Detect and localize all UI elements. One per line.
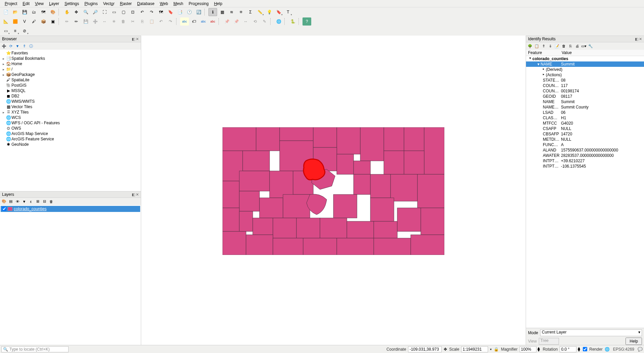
auto-form-icon[interactable]: 🔧 [588,43,593,49]
collapse-all-icon[interactable]: ⊟ [42,199,47,204]
identify-attr-row[interactable]: GEOID08117 [526,94,644,99]
refresh-icon[interactable]: ⟳ [8,43,13,49]
identify-attr-row[interactable]: COUNT…117 [526,83,644,88]
zoom-out-button[interactable]: 🔎 [91,8,99,16]
map-canvas[interactable] [141,36,526,346]
new-shapefile-button[interactable]: V [20,17,29,26]
browser-item[interactable]: 🖋SpatiaLite [1,77,140,83]
identify-mode-icon[interactable]: ▭▾ [581,43,587,49]
identify-attr-row[interactable]: INTPTL…-106.1375545 [526,164,644,169]
style-manager-button[interactable]: 🎨 [48,8,57,16]
properties-icon[interactable]: ⓘ [28,43,34,49]
identify-attr-row[interactable]: ALAND1575590637.000000000000000 [526,147,644,153]
lock-scale-icon[interactable]: 🔒 [494,347,499,352]
current-edits-button[interactable]: ✏ [63,17,71,26]
scale-input[interactable] [461,346,488,352]
add-layer-icon[interactable]: ➕ [1,43,7,49]
zoom-full-button[interactable]: ⛶ [100,8,109,16]
new-project-button[interactable]: 📄 [1,8,10,16]
identify-attr-row[interactable]: NAMESummit [526,99,644,104]
identify-attr-row[interactable]: NAMEL…Summit County [526,104,644,110]
refresh-button[interactable]: 🔄 [194,8,203,16]
identify-attr-row[interactable]: COUNT…00198174 [526,88,644,94]
identify-layer-row[interactable]: colorado_counties [526,56,644,61]
menu-mesh[interactable]: Mesh [171,1,186,7]
expand-all-icon[interactable]: ⊞ [35,199,40,204]
browser-item[interactable]: ▸📁/ [1,67,140,72]
layer-visibility-checkbox[interactable] [2,207,6,211]
show-labels-button[interactable]: abc [208,17,217,26]
browser-item[interactable]: 🌐ArcGIS Map Service [1,131,140,136]
crs-label[interactable]: EPSG:4269 [612,347,636,352]
new-virtual-layer-button[interactable]: ▣ [48,17,57,26]
layout-manager-button[interactable]: 🗺 [39,8,48,16]
label-tool-button[interactable]: abc [180,17,189,26]
add-vector-layer-button[interactable]: 📐 [1,17,10,26]
temporal-controller-button[interactable]: 🕐 [185,8,194,16]
layers-tree[interactable]: colorado_counties [0,205,141,347]
identify-derived-row[interactable]: (Derived) [526,67,644,72]
browser-item[interactable]: ◼DB2 [1,93,140,99]
filter-legend-icon[interactable]: ▼ [22,199,27,204]
identify-attr-row[interactable]: METDI…NULL [526,137,644,142]
browser-item[interactable]: ▶MSSQL [1,88,140,93]
menu-edit[interactable]: Edit [20,1,32,7]
toggle-extents-icon[interactable]: ✥ [444,347,447,352]
identify-actions-row[interactable]: (Actions) [526,72,644,78]
measure-button[interactable]: 📏 [255,8,264,16]
identify-tree[interactable]: colorado_counties▾ NAMESummit(Derived)(A… [526,56,644,328]
manage-visibility-icon[interactable]: 👁 [15,199,20,204]
open-project-button[interactable]: 📂 [11,8,19,16]
menu-raster[interactable]: Raster [117,1,134,7]
collapse-tree-icon[interactable]: ⇑ [541,43,546,49]
save-project-button[interactable]: 💾 [20,8,29,16]
render-checkbox[interactable] [583,347,587,351]
clear-results-icon[interactable]: 🗑 [561,43,566,49]
identify-attr-row[interactable]: CLASSFPH1 [526,115,644,121]
menu-layer[interactable]: Layer [46,1,62,7]
text-annotation-button[interactable]: T [284,8,292,16]
menu-plugins[interactable]: Plugins [82,1,100,7]
select-by-value-button[interactable]: ≡ [11,27,19,35]
collapse-icon[interactable]: ⇑ [22,43,27,49]
new-map-view-button[interactable]: 🗺 [157,8,165,16]
identify-attr-row[interactable]: CSAFPNULL [526,126,644,131]
messages-icon[interactable]: 💬 [638,347,643,352]
processing-toolbox-button[interactable]: ✳ [237,8,245,16]
python-console-button[interactable]: 🐍 [288,17,297,26]
menu-web[interactable]: Web [157,1,170,7]
menu-settings[interactable]: Settings [62,1,82,7]
pan-to-selection-button[interactable]: ✥ [72,8,81,16]
add-raster-layer-button[interactable]: 🟧 [11,17,19,26]
select-features-button[interactable]: ▭ [1,27,10,35]
new-print-layout-button[interactable]: 🗂 [30,8,38,16]
browser-item[interactable]: 🌐WCS [1,115,140,120]
zoom-in-button[interactable]: 🔍 [81,8,90,16]
expand-new-icon[interactable]: 📋 [534,43,539,49]
browser-item[interactable]: 🌐ArcGIS Feature Service [1,136,140,142]
close-icon[interactable]: ✕ [639,37,642,41]
crs-icon[interactable]: 🌐 [605,347,610,352]
attribute-table-button[interactable]: ▦ [218,8,227,16]
menu-view[interactable]: View [32,1,46,7]
layer-labeling-button[interactable]: 🏷 [190,17,198,26]
rotation-input[interactable] [560,346,576,352]
layer-row[interactable]: colorado_counties [1,206,140,212]
show-bookmarks-button[interactable]: 📑 [175,8,184,16]
browser-item[interactable]: ⭐Favorites [1,50,140,56]
filter-icon[interactable]: ▼ [15,43,20,49]
pan-button[interactable]: ✋ [63,8,71,16]
identify-button[interactable]: ℹ [208,8,217,16]
menu-database[interactable]: Database [134,1,157,7]
menu-processing[interactable]: Processing [186,1,211,7]
zoom-last-button[interactable]: ↶ [138,8,147,16]
menu-vector[interactable]: Vector [100,1,117,7]
help-button[interactable]: Help [626,338,642,345]
identify-attr-row[interactable]: AWATER28283537.000000000000000 [526,153,644,158]
browser-item[interactable]: ✱GeoNode [1,142,140,147]
close-icon[interactable]: ✕ [136,192,139,196]
identify-attr-row[interactable]: INTPTL…+39.6210227 [526,158,644,164]
identify-panel-header[interactable]: Identify Results ◧✕ [526,36,644,42]
browser-item[interactable]: 🌐WFS / OGC API - Features [1,120,140,126]
magnifier-input[interactable] [520,346,536,352]
